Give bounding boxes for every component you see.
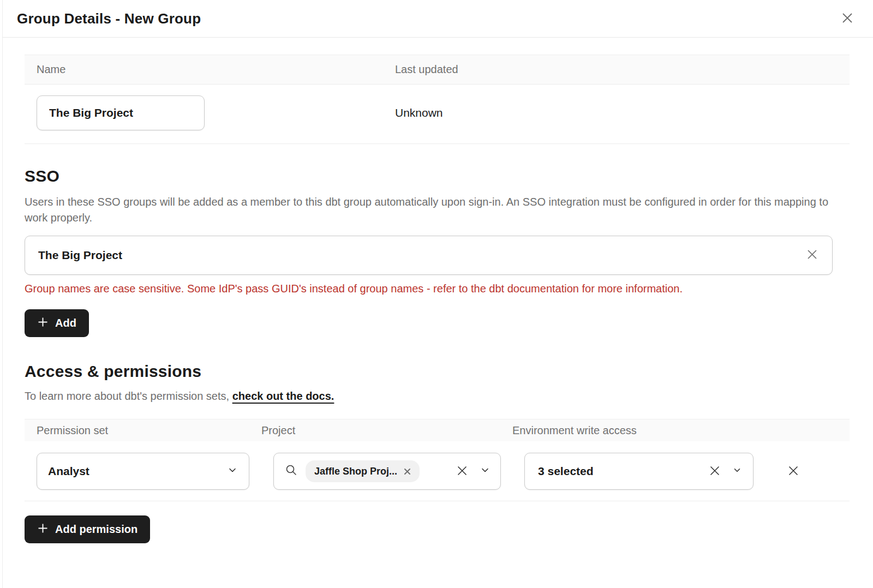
search-icon: [285, 464, 298, 479]
column-header-last-updated: Last updated: [395, 63, 850, 76]
sso-heading: SSO: [25, 167, 850, 185]
group-name-input[interactable]: [37, 95, 205, 130]
chip-remove-icon[interactable]: [404, 468, 411, 475]
environment-write-access-select[interactable]: 3 selected: [524, 453, 754, 490]
access-permissions-section: Access & permissions To learn more about…: [25, 362, 850, 543]
close-button[interactable]: [838, 9, 857, 29]
plus-icon: [37, 316, 49, 331]
project-clear-button[interactable]: [453, 462, 471, 481]
project-chip: Jaffle Shop Proj...: [306, 460, 420, 482]
clear-x-icon: [456, 464, 469, 479]
sso-helper-text: Group names are case sensitive. Some IdP…: [25, 283, 850, 295]
permission-set-select[interactable]: Analyst: [37, 453, 249, 490]
modal-title: Group Details - New Group: [17, 10, 201, 27]
last-updated-value: Unknown: [395, 106, 850, 119]
permissions-description: To learn more about dbt's permission set…: [25, 390, 850, 403]
environment-selected-value: 3 selected: [538, 465, 594, 478]
environment-clear-button[interactable]: [706, 462, 723, 481]
docs-link[interactable]: check out the docs.: [232, 390, 334, 402]
clear-x-icon: [708, 464, 721, 479]
group-table-header: Name Last updated: [25, 55, 850, 85]
chevron-down-icon: [227, 465, 238, 478]
table-row: Unknown: [25, 85, 850, 144]
permission-set-value: Analyst: [48, 465, 89, 478]
permissions-table: Permission set Project Environment write…: [25, 419, 850, 501]
chevron-down-icon: [480, 465, 491, 478]
column-header-permission-set: Permission set: [25, 424, 261, 437]
project-chip-label: Jaffle Shop Proj...: [314, 466, 397, 477]
modal-header: Group Details - New Group: [3, 0, 873, 38]
sso-group-input[interactable]: [38, 249, 803, 262]
column-header-project: Project: [261, 424, 512, 437]
sso-section: SSO Users in these SSO groups will be ad…: [25, 167, 850, 337]
permission-row: Analyst Jaffle Shop Proj...: [25, 441, 850, 501]
add-sso-group-button[interactable]: Add: [25, 309, 89, 337]
sso-group-field: [25, 236, 833, 275]
access-permissions-heading: Access & permissions: [25, 362, 850, 381]
plus-icon: [37, 523, 49, 537]
delete-x-icon: [786, 464, 800, 479]
permissions-description-text: To learn more about dbt's permission set…: [25, 390, 232, 402]
permissions-table-header: Permission set Project Environment write…: [25, 419, 850, 441]
group-name-table: Name Last updated Unknown: [25, 55, 850, 144]
group-details-modal: Group Details - New Group Name Last upda…: [2, 0, 873, 588]
add-permission-button[interactable]: Add permission: [25, 515, 150, 543]
project-combobox[interactable]: Jaffle Shop Proj...: [273, 453, 501, 490]
column-header-environment-write-access: Environment write access: [512, 424, 850, 437]
add-permission-button-label: Add permission: [55, 523, 137, 536]
sso-description: Users in these SSO groups will be added …: [25, 194, 829, 226]
column-header-name: Name: [25, 63, 395, 76]
sso-clear-button[interactable]: [803, 245, 821, 265]
chevron-down-icon: [732, 465, 742, 477]
clear-x-icon: [805, 248, 819, 263]
close-icon: [840, 11, 854, 27]
delete-permission-row-button[interactable]: [784, 461, 803, 482]
add-button-label: Add: [55, 317, 76, 329]
